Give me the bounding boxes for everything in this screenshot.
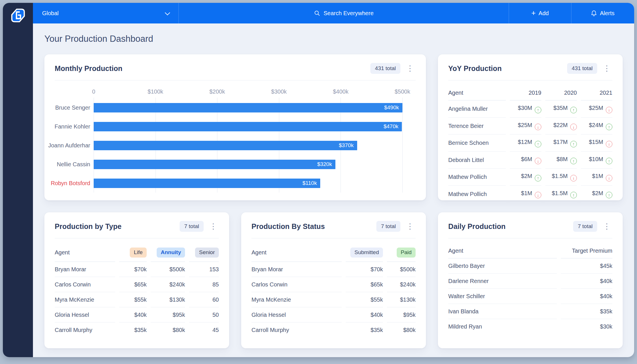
paid-chip[interactable]: Paid	[397, 248, 416, 258]
annuity-chip[interactable]: Annuity	[157, 248, 185, 258]
bar-row: $110k	[94, 174, 402, 193]
chart-agent-label: Nellie Cassin	[55, 155, 94, 174]
app-window: Global Search Everywhere + Add Alerts	[3, 3, 634, 357]
table-row[interactable]: Mildred Ryan $30k	[448, 319, 612, 334]
senior-value: 85	[189, 277, 219, 292]
card-body: Agent Life Annuity Senior Bryan Morar $7…	[44, 238, 229, 348]
add-button[interactable]: + Add	[509, 3, 571, 23]
submitted-value: $40k	[346, 307, 383, 323]
column-header-paid: Paid	[387, 246, 416, 262]
value-text: $25M	[518, 122, 532, 128]
search-placeholder: Search Everywhere	[324, 10, 374, 17]
chart-agent-label: Bruce Senger	[55, 98, 94, 117]
global-search-input[interactable]: Search Everywhere	[179, 3, 509, 23]
app-logo-icon[interactable]	[10, 7, 26, 24]
paid-value: $500k	[387, 262, 416, 277]
yoy-production-table: Agent 2019 2020 2021 Angelina Muller $30…	[444, 88, 616, 203]
trend-icon	[570, 141, 577, 147]
table-row[interactable]: Bryan Morar $70k $500k 153	[55, 262, 219, 277]
value-text: $1M	[521, 190, 532, 196]
table-row[interactable]: Carlos Corwin $65k $240k 85	[55, 277, 219, 292]
alerts-button-label: Alerts	[600, 10, 614, 17]
senior-chip[interactable]: Senior	[195, 248, 219, 258]
table-row[interactable]: Carroll Murphy $35k $80k	[251, 323, 416, 337]
table-row[interactable]: Darlene Renner $40k	[448, 274, 612, 289]
kebab-menu-icon[interactable]: ⋮	[404, 222, 416, 230]
agent-name: Walter Schiller	[448, 289, 557, 304]
production-bar[interactable]: $320k	[94, 160, 335, 169]
table-row[interactable]: Gloria Hessel $40k $95k 50	[55, 307, 219, 323]
production-by-status-card: Production By Status 7 total ⋮ Agent Sub…	[241, 212, 426, 348]
table-row[interactable]: Angelina Muller $30M $35M $25M	[448, 100, 612, 118]
chevron-down-icon	[165, 10, 170, 15]
kebab-menu-icon[interactable]: ⋮	[404, 64, 416, 72]
agent-name: Gilberto Bayer	[448, 258, 557, 274]
main-column: Global Search Everywhere + Add Alerts	[33, 3, 634, 357]
paid-value: $240k	[387, 277, 416, 292]
agent-name: Myra McKenzie	[251, 292, 342, 307]
bar-value-label: $470k	[384, 123, 398, 130]
region-selector-dropdown[interactable]: Global	[33, 3, 179, 23]
yoy-value: $17M	[545, 134, 577, 152]
bar-value-label: $110k	[302, 180, 317, 186]
column-header-2019: 2019	[510, 88, 541, 100]
submitted-chip[interactable]: Submitted	[350, 248, 383, 258]
trend-icon	[606, 192, 612, 198]
production-bar[interactable]: $370k	[94, 141, 357, 150]
table-row[interactable]: Mathew Pollich $1M $1.5M $2M	[448, 186, 612, 203]
table-row[interactable]: Mathew Pollich $2M $1.5M $1M	[448, 169, 612, 186]
alerts-button[interactable]: Alerts	[571, 3, 634, 23]
agent-name: Carroll Murphy	[55, 323, 115, 337]
x-axis-tick: $200k	[209, 88, 225, 95]
life-chip[interactable]: Life	[130, 248, 147, 258]
trend-icon	[535, 158, 541, 164]
card-header: YoY Production 431 total ⋮	[438, 54, 623, 80]
table-row[interactable]: Myra McKenzie $55k $130k 60	[55, 292, 219, 307]
top-bar: Global Search Everywhere + Add Alerts	[33, 3, 634, 23]
table-row[interactable]: Gloria Hessel $40k $95k	[251, 307, 416, 323]
agent-name: Bryan Morar	[55, 262, 115, 277]
value-text: $1.5M	[552, 190, 568, 196]
table-row[interactable]: Bryan Morar $70k $500k	[251, 262, 416, 277]
card-body: Agent Submitted Paid Bryan Morar $70k $5…	[241, 238, 426, 348]
daily-production-table: Agent Target Premium Gilberto Bayer $45k	[444, 246, 616, 334]
trend-icon	[570, 175, 577, 181]
production-bar[interactable]: $490k	[94, 103, 402, 112]
table-row[interactable]: Deborah Littel $6M $8M $10M	[448, 152, 612, 169]
table-row[interactable]: Carlos Corwin $65k $240k	[251, 277, 416, 292]
kebab-menu-icon[interactable]: ⋮	[601, 64, 612, 72]
column-header-senior: Senior	[189, 246, 219, 262]
yoy-value: $2M	[581, 186, 612, 203]
kebab-menu-icon[interactable]: ⋮	[208, 222, 219, 230]
card-header: Production by Type 7 total ⋮	[44, 212, 229, 238]
gridline	[402, 98, 403, 193]
x-axis-tick: $300k	[271, 88, 287, 95]
agent-name: Terence Beier	[448, 118, 506, 135]
table-row[interactable]: Terence Beier $25M $22M $24M	[448, 118, 612, 135]
production-bar[interactable]: $110k	[94, 179, 320, 188]
column-header-life: Life	[119, 246, 147, 262]
agent-name: Gloria Hessel	[55, 307, 115, 323]
annuity-value: $80k	[151, 323, 185, 337]
bar-value-label: $490k	[384, 104, 399, 111]
life-value: $55k	[119, 292, 147, 307]
card-title: Production By Status	[251, 222, 325, 231]
table-row[interactable]: Myra McKenzie $55k $130k	[251, 292, 416, 307]
trend-icon	[606, 107, 612, 113]
table-row[interactable]: Bernice Schoen $12M $17M $15M	[448, 134, 612, 152]
production-by-status-table: Agent Submitted Paid Bryan Morar $70k $5…	[247, 246, 420, 337]
senior-value: 153	[189, 262, 219, 277]
table-row[interactable]: Ivan Blanda $35k	[448, 304, 612, 319]
total-badge: 431 total	[567, 63, 597, 74]
kebab-menu-icon[interactable]: ⋮	[601, 222, 612, 230]
total-badge: 431 total	[370, 63, 400, 74]
plus-icon: +	[531, 9, 536, 17]
table-row[interactable]: Gilberto Bayer $45k	[448, 258, 612, 274]
trend-icon	[606, 124, 612, 130]
table-row[interactable]: Carroll Murphy $35k $80k 45	[55, 323, 219, 337]
table-row[interactable]: Walter Schiller $40k	[448, 289, 612, 304]
yoy-value: $15M	[581, 134, 612, 152]
production-bar[interactable]: $470k	[94, 122, 402, 131]
bar-row: $370k	[94, 136, 402, 155]
value-text: $1M	[592, 173, 603, 179]
